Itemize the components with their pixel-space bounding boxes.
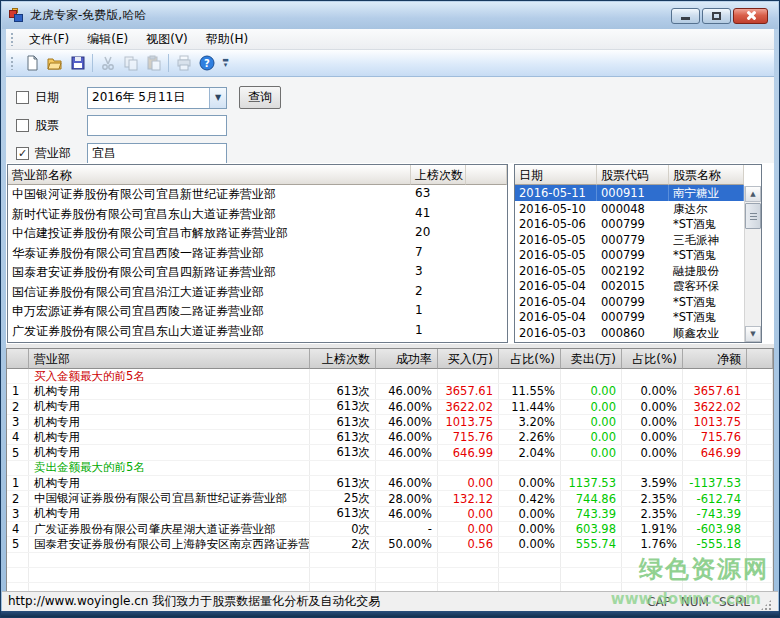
stock-date-cell: 2016-05-05	[515, 263, 597, 279]
table-row[interactable]: 华泰证券股份有限公司宜昌西陵一路证券营业部7	[8, 244, 507, 264]
table-row[interactable]: 4广发证券股份有限公司肇庆星湖大道证券营业部0次-0.000.00%603.98…	[7, 522, 773, 537]
blank-cell	[561, 553, 622, 567]
table-row[interactable]: 2中国银河证券股份有限公司宜昌新世纪证券营业部25次28.00%132.120.…	[7, 491, 773, 506]
scroll-up-icon[interactable]: ▲	[745, 186, 761, 202]
menu-file[interactable]: 文件(F)	[20, 29, 78, 50]
branch-label: 营业部	[35, 145, 87, 162]
table-row[interactable]: 4机构专用613次46.00%715.762.26%0.000.00%715.7…	[7, 430, 773, 445]
blank-cell	[438, 369, 499, 383]
stock-label: 股票	[35, 117, 87, 134]
table-row[interactable]: 3机构专用613次46.00%0.000.00%743.392.35%-743.…	[7, 507, 773, 522]
table-row[interactable]: 3机构专用613次46.00%1013.753.20%0.000.00%1013…	[7, 415, 773, 430]
table-row[interactable]: 5国泰君安证券股份有限公司上海静安区南京西路证券营业部2次50.00%0.560…	[7, 537, 773, 552]
menu-view[interactable]: 视图(V)	[137, 29, 197, 50]
table-row[interactable]: 2016-05-04002015霞客环保	[515, 278, 744, 294]
table-row[interactable]: 国泰君安证券股份有限公司宜昌四新路证券营业部3	[8, 263, 507, 283]
blank-cell	[499, 553, 561, 567]
table-row[interactable]: 2016-05-11000911南宁糖业	[515, 185, 744, 201]
copy-button[interactable]	[119, 52, 142, 74]
save-button[interactable]	[66, 52, 89, 74]
paste-button[interactable]	[142, 52, 165, 74]
blank-cell	[747, 507, 773, 521]
table-row[interactable]: 广发证券股份有限公司宜昌东山大道证券营业部1	[8, 322, 507, 342]
minimize-button[interactable]	[671, 8, 700, 24]
detail-cell: -	[376, 522, 438, 536]
date-checkbox[interactable]	[16, 91, 29, 104]
stock-code-cell: 000911	[597, 185, 669, 201]
table-row[interactable]: 2016-05-10000048康达尔	[515, 201, 744, 217]
toolbar-overflow-button[interactable]: ▬▾	[220, 52, 231, 74]
scroll-down-icon[interactable]: ▼	[745, 326, 761, 342]
scroll-indicator: SCRL	[719, 595, 750, 609]
cut-button[interactable]	[96, 52, 119, 74]
maximize-button[interactable]	[702, 8, 731, 24]
toolbar-grip[interactable]	[10, 56, 15, 70]
stock-checkbox[interactable]	[16, 119, 29, 132]
stock-table-scrollbar[interactable]: ▲ ▼	[744, 186, 761, 342]
menu-edit[interactable]: 编辑(E)	[78, 29, 137, 50]
table-row[interactable]: 2016-05-05002192融捷股份	[515, 263, 744, 279]
table-row[interactable]: 1机构专用613次46.00%3657.6111.55%0.000.00%365…	[7, 384, 773, 399]
new-file-button[interactable]	[20, 52, 43, 74]
stock-name-cell: *ST酒鬼	[669, 216, 744, 232]
table-row[interactable]: 新时代证券股份有限公司宜昌东山大道证券营业部41	[8, 205, 507, 225]
blank-cell	[747, 568, 773, 582]
table-row[interactable]: 1机构专用613次46.00%0.000.00%1137.533.59%-113…	[7, 476, 773, 491]
detail-cell: 613次	[310, 415, 376, 429]
detail-cell: 0.00%	[622, 430, 683, 444]
open-folder-button[interactable]	[43, 52, 66, 74]
detail-header-times[interactable]: 上榜次数	[310, 349, 376, 369]
table-row[interactable]: 申万宏源证券有限公司宜昌西陵二路证券营业部1	[8, 302, 507, 322]
resize-grip-icon[interactable]	[760, 599, 772, 611]
detail-cell: 0.00	[438, 507, 499, 521]
detail-cell: 646.99	[438, 445, 499, 459]
stock-table-header-date[interactable]: 日期	[515, 165, 597, 185]
stock-table-header-code[interactable]: 股票代码	[597, 165, 669, 185]
menu-grip[interactable]	[10, 32, 15, 46]
branch-table-header-name[interactable]: 营业部名称	[8, 165, 411, 185]
table-row[interactable]: 2016-04-29300419浩丰科技	[515, 340, 744, 343]
detail-header-success[interactable]: 成功率	[376, 349, 438, 369]
table-row[interactable]: 2016-05-04000799*ST酒鬼	[515, 309, 744, 325]
detail-cell: 46.00%	[376, 430, 438, 444]
branch-input[interactable]	[87, 143, 227, 164]
detail-header-buy[interactable]: 买入(万)	[438, 349, 499, 369]
stock-input[interactable]	[87, 115, 227, 136]
detail-cell: 3	[7, 507, 29, 521]
detail-cell: 国泰君安证券股份有限公司上海静安区南京西路证券营业部	[29, 537, 310, 551]
branch-checkbox[interactable]: ✓	[16, 147, 29, 160]
close-button[interactable]	[733, 8, 768, 24]
blank-cell	[438, 461, 499, 475]
detail-cell: 0.00%	[622, 415, 683, 429]
detail-cell: 0.00	[561, 415, 622, 429]
table-row[interactable]: 2016-05-06000799*ST酒鬼	[515, 216, 744, 232]
table-row[interactable]: 2机构专用613次46.00%3622.0211.44%0.000.00%362…	[7, 400, 773, 415]
detail-cell: 2.35%	[622, 507, 683, 521]
table-row[interactable]: 中信建投证券股份有限公司宜昌市解放路证券营业部20	[8, 224, 507, 244]
detail-header-net[interactable]: 净额	[683, 349, 747, 369]
query-button[interactable]: 查询	[239, 86, 281, 109]
detail-header-sell[interactable]: 卖出(万)	[561, 349, 622, 369]
table-row[interactable]: 国信证券股份有限公司宜昌沿江大道证券营业部2	[8, 283, 507, 303]
table-row[interactable]: 2016-05-05000779三毛派神	[515, 232, 744, 248]
table-row[interactable]: 中国银河证券股份有限公司宜昌新世纪证券营业部63	[8, 185, 507, 205]
blank-cell	[7, 461, 29, 475]
stock-table-header-name[interactable]: 股票名称	[669, 165, 744, 185]
print-button[interactable]	[172, 52, 195, 74]
menu-help[interactable]: 帮助(H)	[197, 29, 257, 50]
blank-cell	[747, 369, 773, 383]
detail-header-sell-pct[interactable]: 占比(%)	[622, 349, 683, 369]
detail-header-buy-pct[interactable]: 占比(%)	[499, 349, 561, 369]
scrollbar-thumb[interactable]	[745, 203, 761, 229]
blank-cell	[747, 476, 773, 490]
blank-cell	[466, 263, 507, 283]
table-row[interactable]: 2016-05-04000799*ST酒鬼	[515, 294, 744, 310]
table-row[interactable]: 5机构专用613次46.00%646.992.04%0.000.00%646.9…	[7, 445, 773, 460]
table-row[interactable]: 2016-05-03000860顺鑫农业	[515, 325, 744, 341]
branch-table-header-count[interactable]: 上榜次数	[411, 165, 466, 185]
help-button[interactable]: ?	[195, 52, 218, 74]
detail-header-branch[interactable]: 营业部	[29, 349, 310, 369]
table-row[interactable]: 2016-05-05000799*ST酒鬼	[515, 247, 744, 263]
date-combobox[interactable]: 2016年 5月11日 ▼	[87, 87, 227, 109]
date-dropdown-button[interactable]: ▼	[209, 88, 226, 108]
